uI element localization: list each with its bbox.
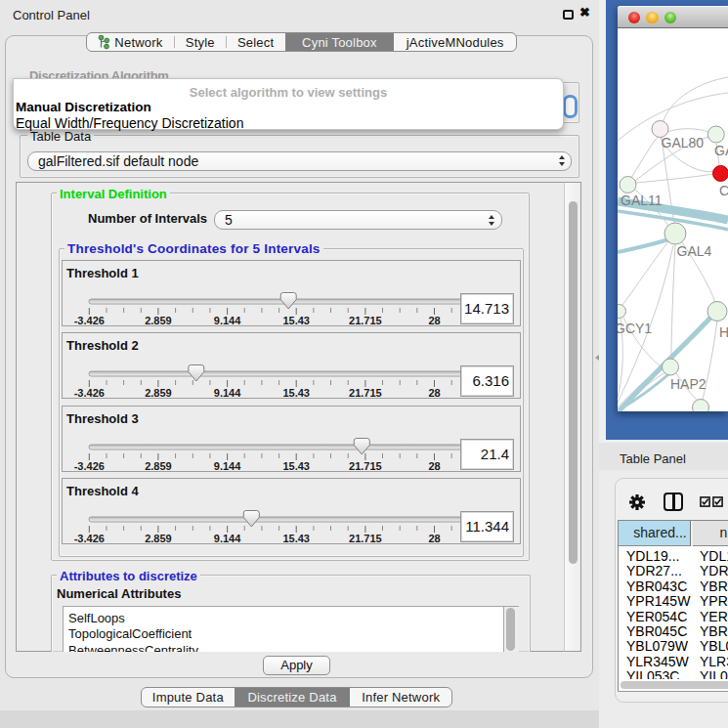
svg-text:15.43: 15.43 xyxy=(282,387,310,399)
svg-text:2.859: 2.859 xyxy=(145,460,172,472)
svg-text:GCY1: GCY1 xyxy=(618,321,652,336)
svg-text:28: 28 xyxy=(428,315,440,326)
svg-text:15.43: 15.43 xyxy=(282,533,310,544)
svg-text:15.43: 15.43 xyxy=(282,315,310,326)
svg-text:9.144: 9.144 xyxy=(214,315,241,326)
svg-text:-3.426: -3.426 xyxy=(74,533,105,544)
svg-text:28: 28 xyxy=(428,460,440,472)
svg-text:-3.426: -3.426 xyxy=(74,387,105,399)
svg-text:9.144: 9.144 xyxy=(214,387,241,399)
svg-text:H: H xyxy=(719,324,728,340)
svg-text:2.859: 2.859 xyxy=(145,315,172,326)
svg-text:GAL4: GAL4 xyxy=(677,243,712,259)
svg-text:HAP2: HAP2 xyxy=(670,376,707,392)
svg-text:2.859: 2.859 xyxy=(145,533,172,544)
svg-text:21.715: 21.715 xyxy=(349,533,382,544)
svg-text:21.715: 21.715 xyxy=(349,387,382,399)
svg-text:15.43: 15.43 xyxy=(282,460,310,472)
svg-text:-3.426: -3.426 xyxy=(74,315,105,326)
svg-text:2.859: 2.859 xyxy=(145,387,172,399)
svg-text:GA: GA xyxy=(714,143,728,158)
svg-text:28: 28 xyxy=(428,533,440,544)
svg-text:C: C xyxy=(719,183,728,198)
svg-text:GAL80: GAL80 xyxy=(662,135,705,150)
svg-text:9.144: 9.144 xyxy=(214,533,241,544)
svg-text:-3.426: -3.426 xyxy=(74,460,105,472)
svg-text:GAL11: GAL11 xyxy=(621,193,663,208)
svg-text:9.144: 9.144 xyxy=(214,460,241,472)
svg-text:28: 28 xyxy=(428,387,440,399)
svg-text:21.715: 21.715 xyxy=(349,315,382,326)
svg-text:21.715: 21.715 xyxy=(349,460,382,472)
